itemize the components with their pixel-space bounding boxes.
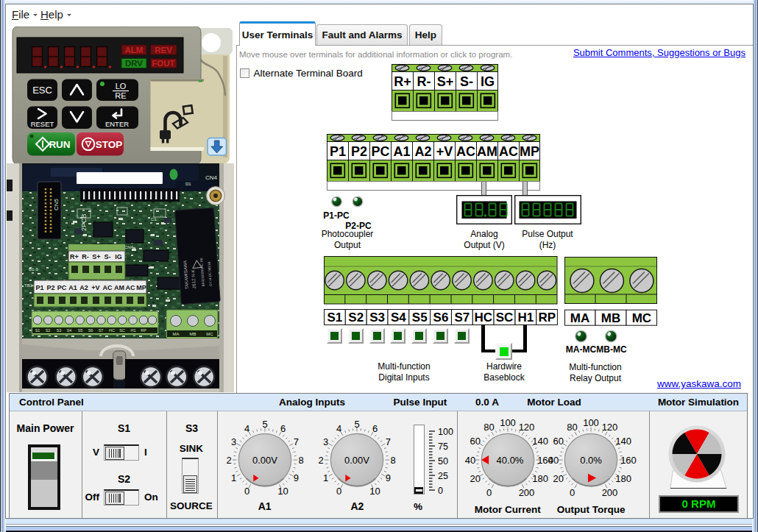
svg-text:S4: S4 xyxy=(391,311,406,324)
svg-text:S3: S3 xyxy=(57,328,62,333)
svg-text:200: 200 xyxy=(518,486,534,497)
svg-text:140: 140 xyxy=(615,436,631,447)
svg-text:0.00V: 0.00V xyxy=(252,454,277,465)
svg-text:20: 20 xyxy=(553,473,564,484)
svg-text:S2: S2 xyxy=(348,311,364,324)
svg-text:5: 5 xyxy=(262,418,267,429)
svg-text:MA: MA xyxy=(570,311,589,325)
svg-text:0.00V: 0.00V xyxy=(344,454,369,465)
svg-text:40.0%: 40.0% xyxy=(496,454,523,465)
svg-text:4: 4 xyxy=(336,423,341,434)
svg-text:B1-3: B1-3 xyxy=(29,267,38,272)
svg-text:10: 10 xyxy=(370,486,380,497)
svg-text:ESC: ESC xyxy=(32,85,52,96)
svg-text:A1: A1 xyxy=(68,284,77,291)
svg-text:S7: S7 xyxy=(99,328,104,333)
svg-text:S6: S6 xyxy=(433,311,449,324)
svg-text:R+: R+ xyxy=(394,74,411,89)
svg-text:P1: P1 xyxy=(35,284,43,291)
svg-text:CN5: CN5 xyxy=(53,198,60,210)
svg-text:2PCB: 2PCB xyxy=(80,213,88,231)
svg-text:AC: AC xyxy=(456,144,475,159)
svg-text:1: 1 xyxy=(231,472,236,483)
svg-text:20: 20 xyxy=(470,473,480,484)
svg-text:10: 10 xyxy=(277,486,288,497)
svg-text:8: 8 xyxy=(391,454,396,465)
svg-text:A1: A1 xyxy=(393,144,410,159)
svg-text:S4: S4 xyxy=(67,328,72,333)
svg-text:RE: RE xyxy=(115,91,126,100)
svg-text:2: 2 xyxy=(319,454,324,465)
svg-text:PC: PC xyxy=(57,284,67,291)
svg-text:40: 40 xyxy=(464,454,475,465)
svg-text:AM: AM xyxy=(114,284,124,291)
svg-text:2: 2 xyxy=(226,454,231,465)
svg-text:SC: SC xyxy=(119,328,125,333)
svg-text:ENTER: ENTER xyxy=(105,120,129,128)
svg-text:AM: AM xyxy=(477,144,497,159)
svg-text:S+: S+ xyxy=(92,253,100,260)
svg-text:REV: REV xyxy=(155,46,172,54)
svg-text:60: 60 xyxy=(553,436,564,447)
svg-text:FOUT: FOUT xyxy=(152,59,174,68)
svg-text:6: 6 xyxy=(372,423,378,434)
svg-text:+V: +V xyxy=(91,284,99,291)
svg-text:LO: LO xyxy=(116,82,127,91)
svg-text:S1: S1 xyxy=(327,311,343,324)
svg-text:P1: P1 xyxy=(330,144,346,159)
svg-text:9: 9 xyxy=(293,472,298,483)
svg-text:100: 100 xyxy=(583,416,599,428)
svg-text:PC: PC xyxy=(371,144,389,159)
svg-text:R-: R- xyxy=(417,74,431,89)
svg-text:A2: A2 xyxy=(414,144,431,159)
svg-text:MP: MP xyxy=(136,284,146,291)
svg-text:MA: MA xyxy=(173,332,180,336)
svg-text:AC: AC xyxy=(126,284,135,291)
svg-text:A2: A2 xyxy=(79,284,88,291)
svg-text:IG: IG xyxy=(480,74,494,89)
svg-text:RESET: RESET xyxy=(31,120,54,128)
svg-text:MC: MC xyxy=(206,332,213,336)
svg-text:160: 160 xyxy=(620,454,637,465)
svg-text:RP: RP xyxy=(538,311,556,324)
svg-text:H1: H1 xyxy=(518,311,534,324)
svg-text:1: 1 xyxy=(323,472,328,483)
svg-text:0: 0 xyxy=(336,486,341,497)
svg-text:IG: IG xyxy=(115,253,122,260)
svg-text:MP: MP xyxy=(520,144,539,159)
svg-text:R+: R+ xyxy=(70,253,79,260)
svg-text:S1: S1 xyxy=(35,328,40,333)
svg-text:C1: C1 xyxy=(151,217,157,221)
svg-text:SC: SC xyxy=(496,311,514,324)
svg-text:7: 7 xyxy=(293,436,298,447)
svg-text:8: 8 xyxy=(298,454,303,465)
svg-text:0: 0 xyxy=(486,486,492,497)
svg-text:CN4: CN4 xyxy=(205,174,218,181)
svg-text:6: 6 xyxy=(280,423,286,434)
svg-text:HC: HC xyxy=(474,311,492,324)
svg-text:S+: S+ xyxy=(436,74,453,89)
svg-text:D1: D1 xyxy=(185,182,191,186)
svg-text:RUN: RUN xyxy=(49,139,70,150)
svg-text:S2: S2 xyxy=(46,328,51,333)
svg-text:S6: S6 xyxy=(88,328,93,333)
svg-text:3: 3 xyxy=(323,436,328,447)
svg-text:4: 4 xyxy=(244,423,249,434)
svg-text:9: 9 xyxy=(386,472,391,483)
svg-text:120: 120 xyxy=(518,422,534,433)
svg-text:5: 5 xyxy=(355,418,360,429)
svg-text:S-: S- xyxy=(460,74,473,89)
svg-text:ALM: ALM xyxy=(125,46,144,54)
svg-text:HC: HC xyxy=(109,328,115,333)
svg-text:80: 80 xyxy=(567,422,577,433)
svg-text:7: 7 xyxy=(386,436,391,447)
svg-text:0.0%: 0.0% xyxy=(580,454,602,465)
svg-text:CN4: CN4 xyxy=(124,245,134,249)
svg-text:RP: RP xyxy=(141,328,146,333)
svg-text:100: 100 xyxy=(500,416,516,428)
svg-text:180: 180 xyxy=(615,473,631,484)
svg-text:S3: S3 xyxy=(369,311,385,324)
svg-text:0: 0 xyxy=(570,486,575,497)
svg-text:AC: AC xyxy=(499,144,518,159)
svg-text:MB: MB xyxy=(190,332,196,336)
